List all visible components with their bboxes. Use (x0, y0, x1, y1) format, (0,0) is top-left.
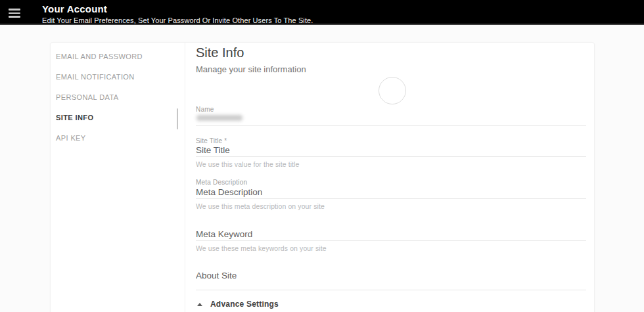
sidebar-item-api-key[interactable]: API KEY (51, 128, 185, 148)
page: Your Account Edit Your Email Preferences… (0, 0, 644, 312)
sidebar-item-personal-data[interactable]: PERSONAL DATA (51, 87, 185, 108)
site-title-helper: We use this value for the site title (196, 160, 299, 168)
field-underline (196, 240, 586, 241)
caret-up-icon (197, 303, 202, 306)
field-underline (196, 125, 586, 126)
name-label: Name (196, 106, 214, 113)
field-underline (196, 156, 586, 157)
app-header: Your Account Edit Your Email Preferences… (0, 0, 644, 25)
account-card: EMAIL AND PASSWORD EMAIL NOTIFICATION PE… (50, 42, 595, 312)
section-title: Site Info (196, 45, 244, 60)
sidebar-scrollbar[interactable] (177, 108, 178, 129)
advance-settings-toggle[interactable]: Advance Settings (196, 298, 279, 310)
settings-nav: EMAIL AND PASSWORD EMAIL NOTIFICATION PE… (51, 43, 185, 312)
site-title-input[interactable] (196, 144, 586, 156)
field-underline (196, 198, 586, 199)
meta-description-helper: We use this meta description on your sit… (196, 202, 325, 210)
meta-keyword-helper: We use these meta keywords on your site (196, 244, 327, 252)
sidebar-item-site-info[interactable]: SITE INFO (51, 108, 185, 128)
sidebar-divider (185, 43, 185, 312)
circle-logo-placeholder[interactable] (379, 77, 406, 104)
page-subtitle: Edit Your Email Preferences, Set Your Pa… (42, 16, 313, 24)
meta-description-input[interactable] (196, 186, 586, 198)
site-info-panel: Site Info Manage your site information N… (196, 43, 586, 312)
name-value-redacted (196, 115, 242, 121)
section-subtitle: Manage your site information (196, 64, 306, 74)
page-title: Your Account (42, 3, 107, 14)
field-underline (196, 290, 586, 290)
about-site-input[interactable] (196, 269, 586, 281)
sidebar-item-email-notification[interactable]: EMAIL NOTIFICATION (51, 67, 185, 87)
meta-keyword-input[interactable] (196, 228, 586, 240)
advance-settings-label: Advance Settings (210, 300, 279, 309)
hamburger-icon[interactable] (9, 9, 20, 18)
sidebar-item-email-and-password[interactable]: EMAIL AND PASSWORD (51, 47, 185, 67)
meta-description-label: Meta Description (196, 179, 247, 186)
